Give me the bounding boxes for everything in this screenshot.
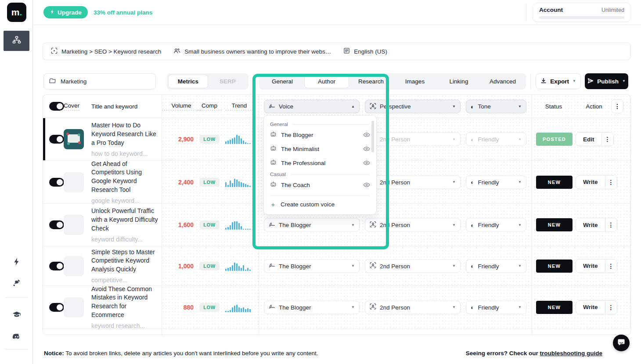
row-menu-button[interactable]: ⋮ (605, 218, 617, 231)
row-toggle[interactable] (49, 220, 64, 229)
action-button[interactable]: Write (576, 218, 605, 231)
project-select[interactable]: Marketing (43, 73, 156, 90)
sidebar-item-activity[interactable] (0, 257, 33, 268)
header-comp[interactable]: Comp (197, 102, 222, 111)
view-tab-metrics[interactable]: Metrics (168, 75, 208, 88)
eye-icon[interactable] (363, 132, 370, 137)
dropdown-scrollbar[interactable] (371, 121, 374, 152)
action-button[interactable]: Write (576, 301, 605, 314)
perspective-select[interactable]: 2nd Person ▼ (365, 218, 461, 232)
view-tab-serp[interactable]: SERP (208, 75, 247, 88)
footer-errors: Seeing errors? Check our troubleshooting… (466, 350, 602, 357)
sidebar-item-sitemap[interactable] (4, 31, 29, 51)
action-button[interactable]: Write (576, 259, 605, 273)
eye-icon[interactable] (363, 182, 370, 187)
header-trend[interactable]: Trend (225, 102, 253, 111)
tab-general[interactable]: General (260, 75, 304, 88)
chat-launcher-button[interactable] (613, 335, 630, 351)
voice-select[interactable]: The Blogger ▼ (264, 218, 360, 232)
status-badge: NEW (536, 218, 573, 231)
kebab-icon: ⋮ (608, 179, 614, 186)
voice-option[interactable]: The Coach (270, 178, 370, 192)
perspective-select[interactable]: 2nd Person ▼ (365, 175, 461, 189)
voice-option[interactable]: The Professional (270, 156, 370, 170)
article-title[interactable]: Simple Steps to Master Competitive Keywo… (91, 248, 161, 274)
breadcrumb[interactable]: Marketing > SEO > Keyword research (51, 47, 161, 55)
sidebar-divider (5, 349, 28, 350)
tab-research[interactable]: Research (349, 75, 393, 88)
column-divider (259, 95, 259, 335)
app-logo[interactable]: m. (7, 3, 26, 22)
tone-select[interactable]: ◐ Friendly ▼ (466, 175, 526, 189)
cover-thumbnail[interactable] (64, 256, 84, 276)
account-card[interactable]: Account Unlimited (533, 3, 631, 22)
tone-select[interactable]: ◐ Friendly ▼ (466, 259, 526, 273)
troubleshooting-guide-link[interactable]: troubleshooting guide (540, 350, 602, 357)
chevron-down-icon: ▼ (573, 79, 576, 83)
select-all-toggle[interactable] (49, 102, 64, 111)
article-title[interactable]: Get Ahead of Competitors Using Google Ke… (91, 160, 161, 195)
tone-select[interactable]: ◐ Friendly ▼ (466, 300, 526, 314)
promo-text[interactable]: 33% off annual plans (94, 9, 152, 16)
tab-images[interactable]: Images (393, 75, 437, 88)
eye-icon[interactable] (363, 146, 370, 151)
action-group: Edit ⋮ (576, 132, 614, 146)
row-menu-button[interactable]: ⋮ (605, 301, 617, 314)
row-menu-button[interactable]: ⋮ (605, 259, 617, 273)
cover-thumbnail[interactable] (64, 297, 84, 317)
tab-author[interactable]: Author (304, 75, 349, 88)
voice-value: The Blogger (279, 263, 311, 269)
voice-option[interactable]: The Minimalist (270, 142, 370, 156)
language-chip[interactable]: English (US) (343, 47, 387, 55)
header-cover[interactable]: Cover (64, 102, 79, 111)
publish-button[interactable]: Publish ▼ (585, 73, 628, 89)
eye-icon[interactable] (363, 160, 370, 166)
discord-icon-button[interactable] (0, 332, 33, 343)
row-menu-button[interactable]: ⋮ (601, 133, 613, 146)
tone-header-select[interactable]: ◐ Tone ▼ (466, 100, 526, 113)
settings-tabs: GeneralAuthorResearchImagesLinkingAdvanc… (259, 73, 526, 90)
article-title[interactable]: Master How to Do Keyword Research Like a… (91, 121, 161, 148)
publish-label: Publish (597, 78, 619, 85)
tab-linking[interactable]: Linking (437, 75, 481, 88)
perspective-icon (370, 103, 376, 111)
export-button[interactable]: Export ▼ (536, 73, 581, 89)
voice-option[interactable]: The Blogger (270, 128, 370, 142)
tone-select[interactable]: ◐ Friendly ▼ (466, 133, 526, 146)
chevron-down-icon: ▼ (518, 137, 522, 141)
perspective-select[interactable]: 2nd Person ▼ (365, 259, 461, 273)
perspective-value: 2nd Person (380, 304, 410, 310)
voice-header-select[interactable]: Voice ▲ (264, 100, 360, 113)
view-toggle: MetricsSERP (167, 73, 248, 90)
article-title[interactable]: Unlock Powerful Traffic with a Keyword D… (91, 207, 161, 233)
row-toggle[interactable] (49, 303, 64, 312)
cover-thumbnail[interactable] (64, 215, 84, 235)
perspective-header-select[interactable]: Perspective ▼ (365, 100, 461, 113)
voice-select[interactable]: The Blogger ▼ (264, 259, 360, 273)
chevron-down-icon: ▼ (452, 264, 456, 268)
voice-select[interactable]: The Blogger ▼ (264, 300, 360, 314)
voice-dropdown-panel: GeneralThe BloggerThe MinimalistThe Prof… (263, 115, 377, 215)
audience-chip[interactable]: Small business owners wanting to improve… (173, 47, 331, 55)
article-title[interactable]: Avoid These Common Mistakes in Keyword R… (91, 285, 161, 320)
tab-advanced[interactable]: Advanced (481, 75, 525, 88)
row-toggle[interactable] (49, 135, 64, 144)
sidebar-item-integrations[interactable] (0, 278, 33, 289)
action-button[interactable]: Write (576, 176, 605, 189)
cover-thumbnail[interactable] (64, 172, 84, 192)
header-volume[interactable]: Volume (162, 102, 201, 111)
tone-select[interactable]: ◐ Friendly ▼ (466, 218, 526, 232)
row-menu-button[interactable]: ⋮ (605, 176, 617, 189)
create-custom-voice-button[interactable]: + Create custom voice (270, 195, 370, 212)
cover-thumbnail[interactable] (64, 129, 84, 149)
trend-sparkline (225, 220, 252, 230)
sidebar-item-academy[interactable] (0, 310, 33, 321)
table-menu-button[interactable]: ⋮ (611, 99, 623, 113)
perspective-select[interactable]: 2nd Person ▼ (365, 133, 461, 146)
row-toggle[interactable] (49, 262, 64, 270)
create-custom-voice-label: Create custom voice (281, 201, 335, 208)
action-button[interactable]: Edit (576, 133, 601, 146)
upgrade-button[interactable]: Upgrade (43, 6, 88, 18)
row-toggle[interactable] (49, 178, 64, 187)
perspective-select[interactable]: 2nd Person ▼ (365, 300, 461, 314)
